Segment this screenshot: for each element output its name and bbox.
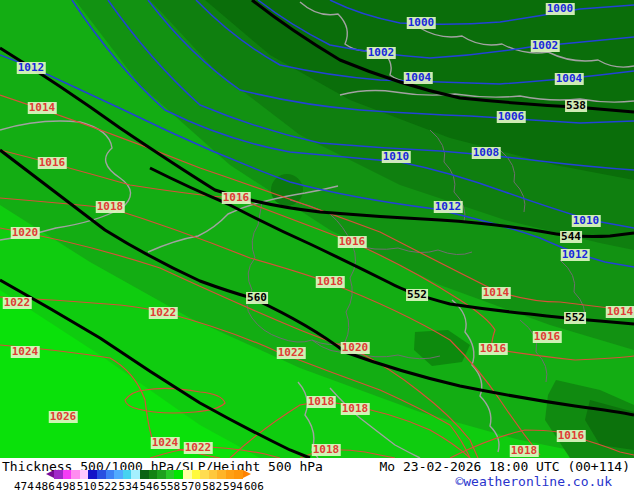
colorbar-segment [106,470,115,479]
colorbar-segment [174,470,183,479]
colorbar-tick: 606 [244,480,264,490]
thickness-colorbar [46,470,251,479]
colorbar-tick: 594 [223,480,243,490]
colorbar-segment [131,470,140,479]
colorbar-segment [140,470,149,479]
colorbar-segment [97,470,106,479]
weather-chart: 1012100010001002100210041004100610081010… [0,0,634,490]
colorbar-segment [209,470,218,479]
colorbar-tick: 522 [98,480,118,490]
colorbar-segment [157,470,166,479]
colorbar-segment [54,470,63,479]
colorbar-tick: 498 [56,480,76,490]
colorbar-segment [217,470,226,479]
colorbar-segment [88,470,97,479]
colorbar-tick: 534 [119,480,139,490]
colorbar-tick: 486 [35,480,55,490]
colorbar-tick: 546 [139,480,159,490]
copyright-link[interactable]: ©weatheronline.co.uk [455,474,612,489]
colorbar-tick: 474 [14,480,34,490]
colorbar-tick: 570 [181,480,201,490]
weather-map [0,0,634,458]
colorbar-segment [192,470,201,479]
colorbar-tick: 558 [160,480,180,490]
colorbar-segment [80,470,89,479]
colorbar-tick-labels: 474486498510522534546558570582594606 [14,480,264,490]
colorbar-segment [114,470,123,479]
thickness-patch-dark [271,174,303,206]
chart-datetime: Mo 23-02-2026 18:00 UTC (00+114) [380,459,630,474]
colorbar-segment [183,470,192,479]
colorbar-segment [166,470,175,479]
colorbar-segment [234,470,243,479]
colorbar-tick: 582 [202,480,222,490]
colorbar-right-arrow [243,470,251,478]
colorbar-segment [123,470,132,479]
colorbar-tick: 510 [77,480,97,490]
colorbar-segment [226,470,235,479]
colorbar-segment [63,470,72,479]
colorbar-segment [149,470,158,479]
colorbar-segment [200,470,209,479]
footer: Thickness 500/1000 hPa/SLP/Height 500 hP… [0,458,634,490]
colorbar-left-arrow [46,470,54,478]
colorbar-segment [71,470,80,479]
